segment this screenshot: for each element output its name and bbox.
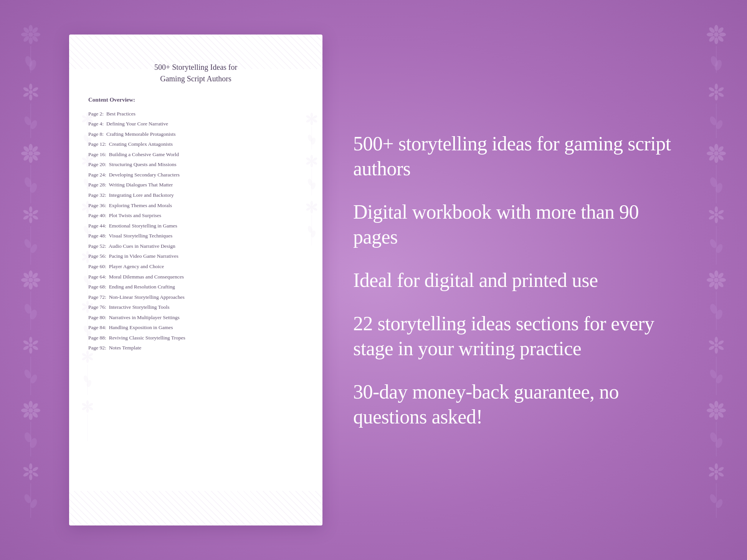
toc-topic: Integrating Lore and Backstory: [109, 192, 174, 198]
feature-3-text: Ideal for digital and printed use: [353, 268, 678, 293]
svg-point-217: [86, 301, 89, 305]
svg-point-189: [88, 161, 93, 165]
toc-item: Page 32: Integrating Lore and Backstory: [88, 190, 303, 201]
svg-point-220: [86, 308, 89, 313]
svg-point-255: [311, 155, 313, 160]
svg-point-201: [82, 207, 87, 211]
svg-point-247: [312, 119, 317, 123]
svg-point-260: [306, 157, 311, 161]
svg-point-270: [306, 203, 311, 207]
svg-point-269: [306, 207, 311, 211]
svg-point-212: [82, 253, 87, 257]
svg-point-186: [86, 160, 89, 163]
svg-point-198: [88, 203, 93, 207]
toc-item: Page 84: Handling Exposition in Games: [88, 323, 303, 333]
svg-point-182: [82, 115, 87, 119]
toc-topic: Best Practices: [106, 111, 136, 117]
svg-point-240: [86, 408, 89, 413]
svg-point-192: [82, 157, 87, 161]
main-content: 500+ Storytelling Ideas for Gaming Scrip…: [0, 0, 747, 560]
toc-topic: Writing Dialogues That Matter: [109, 182, 173, 188]
svg-point-229: [88, 356, 93, 361]
toc-topic: Interactive Storytelling Tools: [109, 304, 170, 310]
feature-4-text: 22 storytelling ideas sections for every…: [353, 311, 678, 361]
svg-point-177: [86, 113, 89, 117]
svg-point-206: [86, 255, 89, 259]
svg-point-226: [86, 355, 89, 358]
svg-point-178: [88, 115, 93, 119]
toc-item: Page 36: Exploring Themes and Morals: [88, 200, 303, 211]
toc-item: Page 72: Non-Linear Storytelling Approac…: [88, 292, 303, 302]
toc-item: Page 92: Notes Template: [88, 343, 303, 353]
toc-topic: Player Agency and Choice: [109, 264, 164, 269]
toc-topic: Moral Dilemmas and Consequences: [109, 274, 184, 280]
toc-topic: Non-Linear Storytelling Approaches: [109, 294, 185, 300]
svg-point-187: [86, 155, 89, 160]
svg-point-228: [88, 352, 93, 357]
toc-item: Page 48: Visual Storytelling Techniques: [88, 231, 303, 241]
svg-point-232: [82, 352, 87, 357]
svg-point-176: [86, 117, 89, 120]
toc-item: Page 64: Moral Dilemmas and Consequences: [88, 272, 303, 282]
svg-point-250: [306, 115, 311, 119]
feature-3: Ideal for digital and printed use: [353, 268, 678, 293]
toc-topic: Developing Secondary Characters: [109, 172, 180, 178]
feature-2-text: Digital workbook with more than 90 pages: [353, 199, 678, 249]
svg-point-265: [311, 201, 313, 206]
toc-item: Page 52: Audio Cues in Narrative Design: [88, 241, 303, 251]
svg-point-264: [310, 206, 313, 209]
toc-topic: Building a Cohesive Game World: [109, 152, 179, 157]
toc-topic: Visual Storytelling Techniques: [109, 233, 172, 239]
feature-1-text: 500+ storytelling ideas for gaming scrip…: [353, 131, 678, 181]
svg-point-266: [312, 203, 317, 207]
toc-item: Page 56: Pacing in Video Game Narratives: [88, 251, 303, 262]
toc-topic: Notes Template: [109, 345, 142, 351]
feature-5-text: 30-day money-back guarantee, no question…: [353, 379, 678, 429]
toc-item: Page 76: Interactive Storytelling Tools: [88, 302, 303, 313]
svg-point-209: [88, 257, 93, 261]
toc-topic: Defining Your Core Narrative: [106, 121, 168, 127]
svg-point-216: [86, 305, 89, 308]
features-panel: 500+ storytelling ideas for gaming scrip…: [353, 124, 678, 437]
toc-item: Page 8: Crafting Memorable Protagonists: [88, 129, 303, 139]
toc-topic: Narratives in Multiplayer Settings: [109, 315, 180, 320]
toc-topic: Reviving Classic Storytelling Tropes: [109, 335, 185, 341]
feature-4: 22 storytelling ideas sections for every…: [353, 311, 678, 361]
toc-topic: Plot Twists and Surprises: [109, 212, 161, 218]
svg-point-258: [311, 163, 313, 167]
svg-point-248: [311, 120, 313, 125]
toc-topic: Handling Exposition in Games: [109, 324, 173, 330]
svg-point-210: [86, 259, 89, 263]
svg-point-227: [86, 351, 89, 355]
svg-point-196: [86, 206, 89, 209]
toc-item: Page 80: Narratives in Multiplayer Setti…: [88, 312, 303, 323]
svg-point-256: [312, 157, 317, 161]
svg-point-207: [86, 251, 89, 255]
toc-item: Page 40: Plot Twists and Surprises: [88, 211, 303, 221]
toc-item: Page 28: Writing Dialogues That Matter: [88, 180, 303, 190]
svg-point-245: [311, 113, 313, 117]
document-title-line2: Gaming Script Authors: [160, 74, 231, 83]
svg-point-180: [86, 120, 89, 125]
svg-point-257: [312, 161, 317, 165]
svg-point-188: [88, 157, 93, 161]
svg-point-179: [88, 119, 93, 123]
feature-1: 500+ storytelling ideas for gaming scrip…: [353, 131, 678, 181]
svg-point-267: [312, 207, 317, 211]
doc-left-decoration: [72, 107, 95, 453]
svg-point-238: [88, 402, 93, 407]
feature-5: 30-day money-back guarantee, no question…: [353, 379, 678, 429]
svg-point-242: [82, 402, 87, 407]
svg-point-181: [82, 119, 87, 123]
toc-item: Page 20: Structuring Quests and Missions: [88, 160, 303, 170]
toc-topic: Exploring Themes and Morals: [109, 203, 172, 208]
svg-point-222: [82, 303, 87, 307]
svg-point-259: [306, 161, 311, 165]
svg-point-208: [88, 253, 93, 257]
svg-point-218: [88, 303, 93, 307]
svg-point-202: [82, 203, 87, 207]
svg-point-239: [88, 406, 93, 410]
doc-bottom-pattern: [69, 491, 322, 525]
toc-item: Page 4: Defining Your Core Narrative: [88, 119, 303, 129]
svg-point-246: [312, 115, 317, 119]
